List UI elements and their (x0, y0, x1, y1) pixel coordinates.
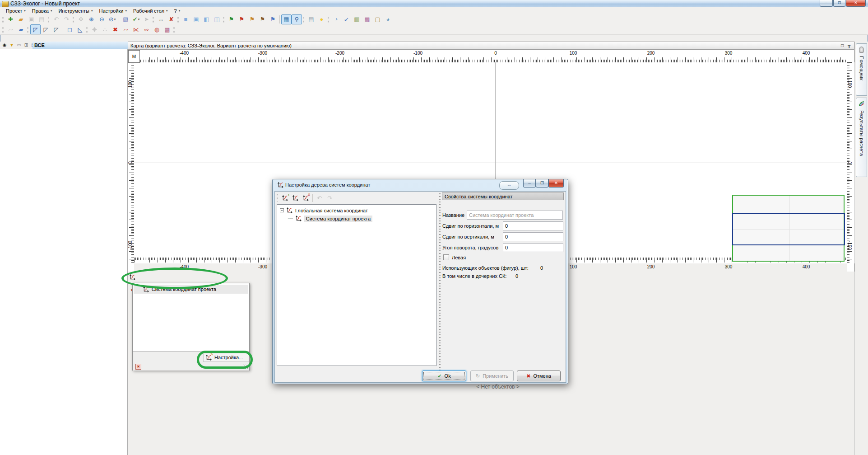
pie-icon[interactable]: ◕ (383, 14, 393, 24)
grid-ruler-icon[interactable]: ▦ (281, 14, 292, 24)
tree-expander-icon[interactable]: − (280, 208, 284, 212)
cs-remove-icon[interactable]: − (290, 193, 301, 203)
restore-button[interactable]: ⊡ (833, 0, 845, 7)
measure-icon[interactable]: ↔ (156, 14, 166, 24)
delete-node-icon[interactable]: ✖ (110, 24, 121, 34)
source-add-icon[interactable]: ⚑ (226, 14, 237, 24)
shape-union-icon[interactable]: ■ (181, 14, 191, 24)
measure-clear-icon[interactable]: ✘ (166, 14, 176, 24)
card-icon[interactable]: ▥ (352, 14, 362, 24)
tab-assistant[interactable]: Помощник (856, 43, 867, 96)
zoom-extent-icon[interactable]: ⊘▾ (107, 14, 117, 24)
pick-figure-icon[interactable]: ➤ (141, 14, 152, 24)
zoom-region-icon[interactable]: ⚲ (292, 14, 302, 24)
ruler-label: 100 (566, 51, 581, 56)
apply-figure-icon[interactable]: ✔▾ (131, 14, 141, 24)
zoom-out-icon[interactable]: ⊖ (97, 14, 107, 24)
tree-item-project-cs[interactable]: ┄┄ Система координат проекта (288, 215, 372, 222)
shift-h-field[interactable] (503, 221, 563, 230)
menu-item[interactable]: Проект▾ (3, 7, 29, 14)
dialog-close-button[interactable]: ✕ (548, 179, 564, 188)
minimize-button[interactable]: – (820, 0, 833, 7)
doc-icon[interactable]: ▢ (372, 14, 383, 24)
export-icon[interactable]: ↙ (341, 14, 352, 24)
split-figure-icon[interactable]: ⋉ (131, 24, 141, 34)
cs-settings-button[interactable]: ✎ Настройка... (203, 353, 249, 362)
chart-icon[interactable]: ◔ (331, 14, 341, 24)
dialog-resize-button[interactable]: ⇔ (499, 181, 519, 190)
print-map-icon[interactable]: ▤ (306, 14, 316, 24)
angle-field[interactable] (503, 243, 563, 252)
toolbar-grip (86, 26, 88, 33)
pan-icon[interactable]: ✥ (76, 14, 86, 24)
resize-grip-icon[interactable] (243, 365, 248, 369)
print-icon[interactable]: ▤ (37, 14, 47, 24)
apply-button[interactable]: ↻ Применить (470, 371, 514, 381)
undo-icon[interactable]: ↶ (51, 14, 61, 24)
edit-polygon-icon[interactable]: ▱ (121, 24, 131, 34)
legend-box-icon[interactable]: ▭ (15, 42, 23, 49)
shift-v-field[interactable] (503, 232, 563, 241)
tab-assistant-label: Помощник (859, 56, 864, 80)
new-project-icon[interactable]: ✚ (5, 14, 16, 24)
close-button[interactable]: ✕ (846, 0, 866, 7)
ok-button[interactable]: ✔ Ok (422, 371, 466, 381)
stamp-icon[interactable]: ▱ (5, 24, 16, 34)
save-icon[interactable]: ▣ (26, 14, 37, 24)
window-titlebar: СЗЗ-Эколог - Новый проект – ⊡ ✕ (0, 0, 868, 8)
cs-add-icon[interactable]: + (280, 193, 290, 203)
add-node-icon[interactable]: ∴ (100, 24, 110, 34)
select-box-icon[interactable]: ◻ (65, 24, 75, 34)
source-move-icon[interactable]: ⚑ (268, 14, 278, 24)
dropdown-item-project-cs[interactable]: ┄┄ Система координат проекта (134, 285, 248, 294)
menu-item[interactable]: Настройки▾ (96, 7, 130, 14)
tree-item-global-cs[interactable]: − Глобальная система координат (280, 207, 368, 214)
dialog-minimize-button[interactable]: – (523, 179, 536, 188)
cursor-add-icon[interactable]: ◸ (41, 24, 51, 34)
menu-item[interactable]: Рабочий стол▾ (130, 7, 171, 14)
map-object-blue-band[interactable] (732, 213, 845, 245)
cursor-remove-icon[interactable]: ◸ (51, 24, 61, 34)
map-object-rectangle[interactable] (732, 195, 845, 262)
shape-subtract-icon[interactable]: ◧ (201, 14, 212, 24)
hint-icon[interactable]: ● (316, 14, 327, 24)
dialog-restore-button[interactable]: ⊡ (536, 179, 548, 188)
add-figure-icon[interactable]: ▧ (121, 14, 131, 24)
mesh-icon[interactable]: ▩ (162, 24, 172, 34)
dropdown-close-icon[interactable]: ✖ (135, 364, 141, 370)
layers-root-item[interactable]: ВСЕ (32, 42, 130, 49)
menu-item[interactable]: Инструменты▾ (55, 7, 96, 14)
zoom-in-icon[interactable]: ⊕ (86, 14, 97, 24)
join-figure-icon[interactable]: ∾ (141, 24, 152, 34)
round-mesh-icon[interactable]: ◍ (152, 24, 162, 34)
move-node-icon[interactable]: ✥ (89, 24, 100, 34)
select-arrow-icon[interactable]: ◺ (75, 24, 85, 34)
palette-icon[interactable]: ▩ (362, 14, 372, 24)
map-maximize-icon[interactable]: □ (841, 43, 844, 48)
expand-all-icon[interactable]: ⊞ (23, 42, 30, 49)
map-pin-icon[interactable]: ┰ (848, 43, 850, 48)
layers-panel-body[interactable] (0, 49, 128, 455)
menu-item[interactable]: Правка▾ (29, 7, 56, 14)
undo-icon[interactable]: ↶ (314, 193, 325, 203)
redo-icon[interactable]: ↷ (61, 14, 72, 24)
shape-intersect-icon[interactable]: ▣ (191, 14, 201, 24)
redo-icon[interactable]: ↷ (325, 193, 335, 203)
cs-delete-icon[interactable]: ✗ (301, 193, 311, 203)
open-project-icon[interactable]: ▰ (16, 14, 26, 24)
visibility-icon[interactable]: ◉ (1, 42, 8, 49)
menu-item[interactable]: ?▾ (171, 7, 184, 14)
cursor-icon[interactable]: ◸ (30, 24, 41, 34)
cancel-button[interactable]: ✖ Отмена (517, 371, 561, 381)
shape-exclude-icon[interactable]: ◫ (212, 14, 222, 24)
left-checkbox[interactable] (443, 254, 449, 260)
source-params2-icon[interactable]: ⚑ (257, 14, 268, 24)
source-remove-icon[interactable]: ⚑ (237, 14, 247, 24)
splitter-handle[interactable] (439, 193, 441, 380)
filter-icon[interactable]: ▼ (8, 42, 15, 49)
layers-icon[interactable]: ▰ (16, 24, 26, 34)
name-field[interactable] (467, 211, 563, 220)
tab-calculation-results[interactable]: Результаты расчета (856, 98, 867, 177)
source-params-icon[interactable]: ⚑ (247, 14, 257, 24)
window-title: СЗЗ-Эколог - Новый проект (10, 0, 80, 7)
